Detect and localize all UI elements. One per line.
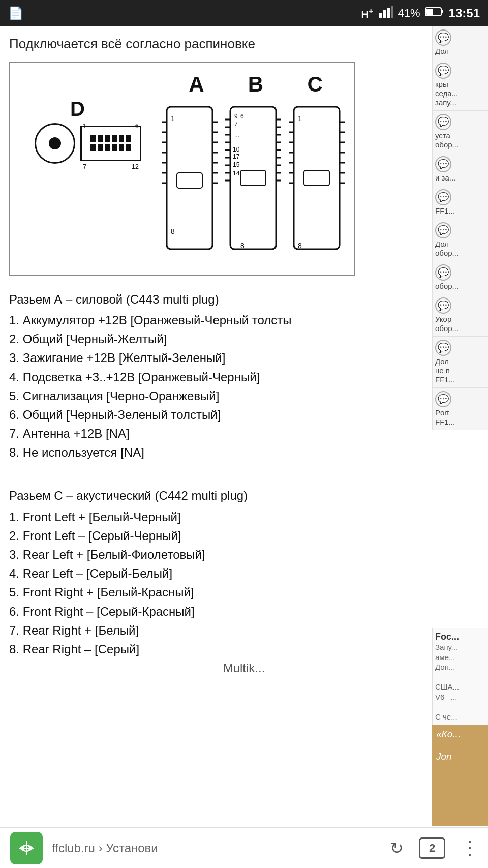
list-item: 4. Rear Left – [Серый-Белый] xyxy=(9,564,479,583)
section-c-list: 1. Front Left + [Белый-Черный] 2. Front … xyxy=(9,507,479,659)
list-item: 4. Подсветка +3..+12В [Оранжевый-Черный] xyxy=(9,368,479,386)
list-item: 7. Антенна +12В [NA] xyxy=(9,424,479,443)
connector-d-dot xyxy=(49,137,61,149)
svg-text:9: 9 xyxy=(234,113,238,120)
svg-text:10: 10 xyxy=(233,146,240,153)
svg-rect-52 xyxy=(240,170,266,186)
ad-box: «Ко...Jon xyxy=(432,725,488,826)
svg-text:17: 17 xyxy=(233,153,240,160)
svg-rect-6 xyxy=(426,9,433,15)
svg-text:1: 1 xyxy=(298,114,302,123)
battery-icon xyxy=(425,7,444,20)
forum-side-item-10[interactable]: 💬 PortFF1... xyxy=(433,388,488,430)
connector-d-rect xyxy=(80,126,141,161)
connector-d-num-bot: 712 xyxy=(83,163,139,170)
signal-icon xyxy=(379,6,393,21)
clock: 13:51 xyxy=(449,6,480,20)
list-item: 1. Front Left + [Белый-Черный] xyxy=(9,507,479,526)
forum-side-item-7[interactable]: 💬 обор... xyxy=(433,261,488,294)
status-bar-right: H+ 41% 13:51 xyxy=(361,6,480,21)
main-layout: Подключается всё согласно распиновке D xyxy=(0,26,488,827)
connectors-svg: 1 8 xyxy=(162,97,345,259)
forum-side-item-5[interactable]: 💬 FF1... xyxy=(433,186,488,219)
list-item: 7. Rear Right + [Белый] xyxy=(9,621,479,640)
battery-percent: 41% xyxy=(398,7,420,20)
status-bar-left: 📄 xyxy=(8,6,23,20)
diagram-inner: D xyxy=(19,72,345,265)
reload-button[interactable]: ↻ xyxy=(390,839,404,858)
svg-text:8: 8 xyxy=(240,242,245,250)
svg-text:1: 1 xyxy=(171,114,175,123)
svg-text:8: 8 xyxy=(171,227,175,235)
text-content: Разьем А – силовой (С443 multi plug) 1. … xyxy=(9,290,479,674)
connectors-abc-labels: A B C xyxy=(162,72,345,97)
svg-rect-25 xyxy=(230,107,276,249)
connector-diagram: D xyxy=(9,62,355,276)
svg-text:6: 6 xyxy=(240,113,244,120)
svg-text:15: 15 xyxy=(233,161,240,168)
list-item: 6. Общий [Черный-Зеленый толстый] xyxy=(9,405,479,424)
content-area: Подключается всё согласно распиновке D xyxy=(0,26,488,827)
section-c-title: Разьем С – акустический (С442 multi plug… xyxy=(9,486,479,505)
more-button[interactable]: ⋮ xyxy=(461,837,478,859)
list-item: 1. Аккумулятор +12В [Оранжевый-Черный то… xyxy=(9,311,479,330)
forum-side-item-2[interactable]: 💬 крыседа...запу... xyxy=(433,59,488,111)
forum-side-item-6[interactable]: 💬 Долобор... xyxy=(433,219,488,261)
connector-d-circle xyxy=(35,123,75,164)
list-item: 3. Rear Left + [Белый-Фиолетовый] xyxy=(9,545,479,564)
connector-d-label: D xyxy=(70,98,85,121)
svg-rect-3 xyxy=(391,6,393,18)
browser-icon[interactable] xyxy=(10,832,43,864)
svg-rect-5 xyxy=(441,10,443,13)
svg-rect-54 xyxy=(294,107,340,249)
svg-rect-2 xyxy=(387,8,390,18)
svg-text:7: 7 xyxy=(234,121,238,128)
list-item: 5. Front Right + [Белый-Красный] xyxy=(9,583,479,602)
forum-side-item-1[interactable]: 💬 Дол xyxy=(433,26,488,59)
connector-c-label: C xyxy=(290,72,341,97)
forum-side-item-9[interactable]: 💬 Долне пFF1... xyxy=(433,337,488,388)
svg-rect-71 xyxy=(304,170,329,186)
list-item: 3. Зажигание +12В [Желтый-Зеленый] xyxy=(9,348,479,367)
forum-side-item-4[interactable]: 💬 и за... xyxy=(433,153,488,186)
list-item: 5. Сигнализация [Черно-Оранжевый] xyxy=(9,386,479,405)
forum-side-item-3[interactable]: 💬 устаобор... xyxy=(433,111,488,153)
page-title: Подключается всё согласно распиновке xyxy=(9,36,479,53)
forum-side-item-8[interactable]: 💬 Укоробор... xyxy=(433,294,488,337)
connector-d-num-top: 16 xyxy=(83,122,139,130)
file-icon: 📄 xyxy=(8,6,23,20)
connector-b-label: B xyxy=(230,72,281,97)
svg-text:...: ... xyxy=(234,132,239,139)
status-bar: 📄 H+ 41% 13:51 xyxy=(0,0,488,26)
bottom-nav: ffclub.ru › Установи ↻ 2 ⋮ xyxy=(0,827,488,868)
connector-d-pins xyxy=(90,135,131,151)
section-a-list: 1. Аккумулятор +12В [Оранжевый-Черный то… xyxy=(9,311,479,462)
list-item: 2. Общий [Черный-Желтый] xyxy=(9,330,479,348)
url-display: ffclub.ru › Установи xyxy=(52,841,390,855)
focus-box: Foc... Запу...аме...Доп...США...V6 –...С… xyxy=(432,628,488,725)
list-item: 8. Не используется [NA] xyxy=(9,443,479,462)
list-item: 6. Front Right – [Серый-Красный] xyxy=(9,602,479,621)
network-type: H+ xyxy=(361,6,373,20)
tabs-button[interactable]: 2 xyxy=(419,837,445,859)
tabs-count: 2 xyxy=(429,842,435,855)
svg-text:8: 8 xyxy=(298,242,302,250)
bottom-nav-actions: ↻ 2 ⋮ xyxy=(390,837,478,859)
connector-a-label: A xyxy=(171,72,222,97)
svg-rect-24 xyxy=(177,173,202,188)
svg-rect-0 xyxy=(379,13,382,18)
list-item: 2. Front Left – [Серый-Черный] xyxy=(9,526,479,545)
svg-text:14: 14 xyxy=(233,170,240,177)
section-a-title: Разьем А – силовой (С443 multi plug) xyxy=(9,290,479,309)
svg-rect-1 xyxy=(383,10,386,18)
connectors-abc: A B C xyxy=(162,72,345,265)
forum-sidebar: 💬 Дол 💬 крыседа...запу... 💬 устаобор... … xyxy=(432,26,488,430)
list-item: 8. Rear Right – [Серый] xyxy=(9,640,479,659)
